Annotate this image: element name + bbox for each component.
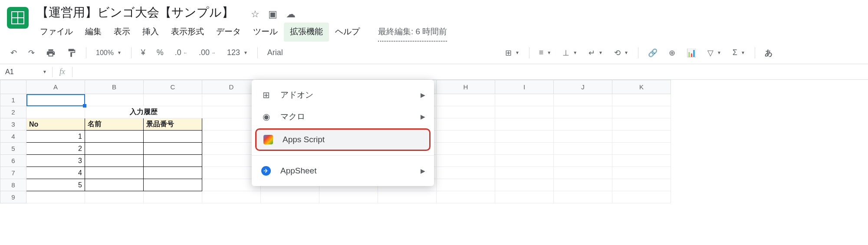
dec-increase-button[interactable]: .00→ (194, 46, 220, 60)
menu-item-addons[interactable]: ⊞ アドオン▶ (252, 84, 434, 106)
cell-B3[interactable]: 名前 (85, 118, 144, 131)
undo-button[interactable]: ↶ (6, 46, 21, 60)
filter-button[interactable]: ▽▼ (703, 46, 726, 60)
comment-button[interactable]: ⊕ (664, 46, 680, 60)
col-header[interactable]: I (495, 80, 554, 94)
halign-button[interactable]: ≡▼ (535, 46, 556, 60)
redo-button[interactable]: ↷ (24, 46, 39, 60)
menu-item-appsheet[interactable]: ✈ AppSheet▶ (252, 160, 434, 182)
row-header[interactable]: 6 (0, 155, 26, 167)
row-header[interactable]: 4 (0, 131, 26, 143)
col-header[interactable]: J (554, 80, 612, 94)
cell-A8[interactable]: 5 (26, 179, 85, 191)
rotate-button[interactable]: ⟲▼ (610, 46, 633, 60)
cloud-icon[interactable]: ☁ (286, 9, 296, 20)
apps-script-icon (263, 134, 274, 145)
menu-data[interactable]: データ (210, 23, 247, 42)
chevron-right-icon: ▶ (421, 113, 425, 120)
extensions-menu: ⊞ アドオン▶ ◉ マクロ▶ Apps Script ✈ AppSheet▶ (252, 80, 434, 186)
cell-A7[interactable]: 4 (26, 167, 85, 179)
cell-C5[interactable] (144, 143, 202, 155)
cell-C7[interactable] (144, 167, 202, 179)
col-header[interactable]: B (85, 80, 144, 94)
cell-C4[interactable] (144, 131, 202, 143)
menu-help[interactable]: ヘルプ (329, 23, 366, 42)
appsheet-icon: ✈ (260, 165, 272, 176)
row-header[interactable]: 3 (0, 118, 26, 131)
cell-A1[interactable] (26, 94, 85, 106)
fx-icon: fx (53, 67, 72, 76)
chart-button[interactable]: 📊 (682, 46, 700, 60)
cell-B4[interactable] (85, 131, 144, 143)
name-box[interactable]: A1▼ (0, 68, 52, 76)
cell-A3[interactable]: No (26, 118, 85, 131)
number-format-button[interactable]: 123▼ (223, 46, 252, 60)
row-header[interactable]: 7 (0, 167, 26, 179)
zoom-select[interactable]: 100%▼ (92, 46, 126, 59)
percent-button[interactable]: % (152, 46, 168, 60)
print-button[interactable] (42, 46, 60, 60)
row-header[interactable]: 9 (0, 191, 26, 203)
menu-tools[interactable]: ツール (247, 23, 284, 42)
addons-icon: ⊞ (260, 89, 272, 101)
cell-B7[interactable] (85, 167, 144, 179)
menu-view[interactable]: 表示 (108, 23, 136, 42)
paint-format-button[interactable] (62, 46, 81, 60)
chevron-right-icon: ▶ (421, 91, 425, 98)
col-header[interactable]: K (612, 80, 671, 94)
star-icon[interactable]: ☆ (251, 9, 260, 20)
cell-A4[interactable]: 1 (26, 131, 85, 143)
row-header[interactable]: 2 (0, 106, 26, 118)
menu-insert[interactable]: 挿入 (136, 23, 165, 42)
col-header[interactable]: C (144, 80, 202, 94)
dec-decrease-button[interactable]: .0← (171, 46, 192, 60)
menu-format[interactable]: 表示形式 (165, 23, 210, 42)
row-header[interactable]: 8 (0, 179, 26, 191)
select-all-corner[interactable] (0, 80, 26, 94)
cell-B8[interactable] (85, 179, 144, 191)
wrap-button[interactable]: ↵▼ (584, 46, 607, 60)
chevron-right-icon: ▶ (421, 167, 425, 174)
font-select[interactable]: Arial (263, 46, 287, 60)
valign-button[interactable]: ⊥▼ (558, 46, 582, 60)
col-header[interactable]: A (26, 80, 85, 94)
sheets-logo (7, 7, 29, 29)
cell-B2[interactable]: 入力履歴 (85, 106, 202, 118)
link-button[interactable]: 🔗 (644, 46, 662, 60)
cell-C8[interactable] (144, 179, 202, 191)
menubar: ファイル 編集 表示 挿入 表示形式 データ ツール 拡張機能 ヘルプ 最終編集… (34, 23, 447, 42)
cell-A5[interactable]: 2 (26, 143, 85, 155)
macros-icon: ◉ (260, 111, 272, 122)
cell-A6[interactable]: 3 (26, 155, 85, 167)
menu-item-apps-script[interactable]: Apps Script (255, 128, 431, 151)
menu-item-macros[interactable]: ◉ マクロ▶ (252, 106, 434, 127)
merge-button[interactable]: ⊞▼ (501, 46, 524, 60)
menu-file[interactable]: ファイル (34, 23, 79, 42)
ime-button[interactable]: あ (760, 45, 777, 61)
menu-edit[interactable]: 編集 (79, 23, 108, 42)
toolbar: ↶ ↷ 100%▼ ¥ % .0← .00→ 123▼ Arial ⊞▼ ≡▼ … (0, 42, 868, 64)
row-header[interactable]: 5 (0, 143, 26, 155)
cell-C6[interactable] (144, 155, 202, 167)
functions-button[interactable]: Σ▼ (728, 46, 750, 60)
last-edit[interactable]: 最終編集: 6 時間前 (378, 23, 447, 42)
move-icon[interactable]: ▣ (268, 9, 277, 20)
currency-button[interactable]: ¥ (137, 46, 150, 60)
cell-B5[interactable] (85, 143, 144, 155)
menu-extensions[interactable]: 拡張機能 (284, 23, 329, 42)
cell-B6[interactable] (85, 155, 144, 167)
row-header[interactable]: 1 (0, 94, 26, 106)
cell-C3[interactable]: 景品番号 (144, 118, 202, 131)
col-header[interactable]: H (437, 80, 495, 94)
document-title[interactable]: 【運営用】ビンゴ大会【サンプル】 (34, 4, 237, 21)
